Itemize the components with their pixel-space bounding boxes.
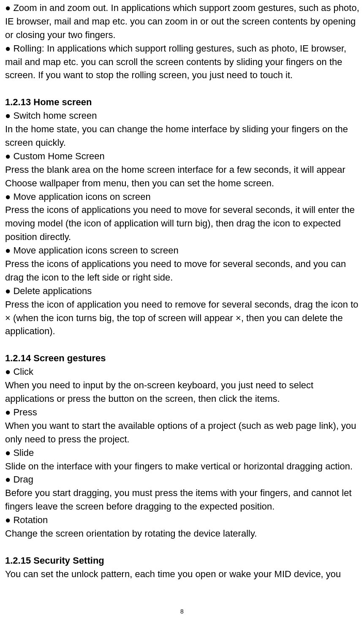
switch-home-title: ● Switch home screen — [5, 109, 360, 123]
drag-title: ● Drag — [5, 473, 360, 486]
press-body: When you want to start the available opt… — [5, 419, 360, 446]
rolling-paragraph: ● Rolling: In applications which support… — [5, 42, 360, 82]
custom-home-body: Press the blank area on the home screen … — [5, 163, 360, 190]
zoom-paragraph: ● Zoom in and zoom out. In applications … — [5, 1, 360, 42]
slide-title: ● Slide — [5, 446, 360, 460]
move-on-title: ● Move application icons on screen — [5, 190, 360, 204]
heading-security-setting: 1.2.15 Security Setting — [5, 554, 360, 567]
custom-home-title: ● Custom Home Screen — [5, 150, 360, 163]
move-on-body: Press the icons of applications you need… — [5, 203, 360, 244]
move-s2s-body: Press the icons of applications you need… — [5, 257, 360, 284]
heading-screen-gestures: 1.2.14 Screen gestures — [5, 352, 360, 365]
slide-body: Slide on the interface with your fingers… — [5, 460, 360, 473]
move-s2s-title: ● Move application icons screen to scree… — [5, 244, 360, 257]
switch-home-body: In the home state, you can change the ho… — [5, 123, 360, 150]
heading-home-screen: 1.2.13 Home screen — [5, 95, 360, 109]
press-title: ● Press — [5, 406, 360, 419]
drag-body: Before you start dragging, you must pres… — [5, 486, 360, 513]
security-body: You can set the unlock pattern, each tim… — [5, 567, 360, 581]
click-title: ● Click — [5, 365, 360, 379]
rotation-body: Change the screen orientation by rotatin… — [5, 527, 360, 540]
click-body: When you need to input by the on-screen … — [5, 379, 360, 406]
page-number: 8 — [180, 607, 184, 616]
delete-body: Press the icon of application you need t… — [5, 298, 360, 338]
delete-title: ● Delete applications — [5, 284, 360, 298]
rotation-title: ● Rotation — [5, 513, 360, 527]
